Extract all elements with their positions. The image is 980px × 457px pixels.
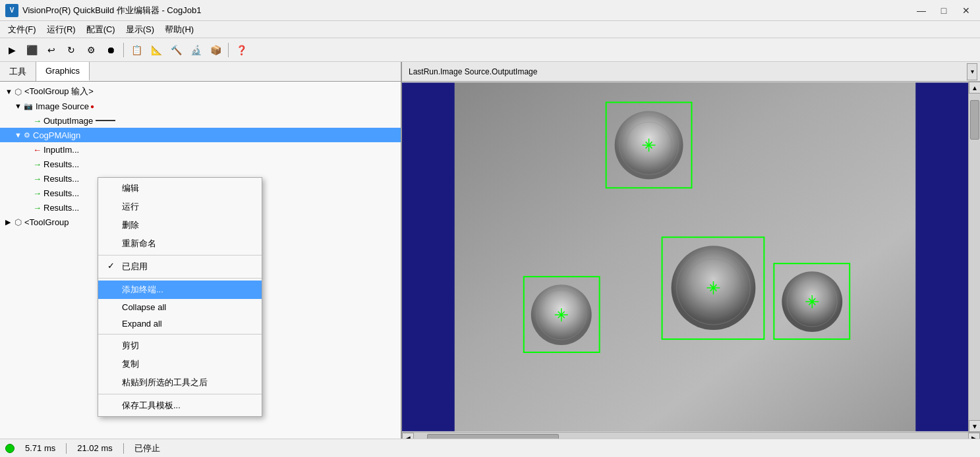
results4-arrow-icon: → bbox=[33, 203, 42, 213]
toolbar-separator-1 bbox=[123, 43, 124, 57]
tree-item-label-imagesource: Image Source bbox=[36, 101, 89, 111]
title-bar: V VisionPro(R) QuickBuild 作业编辑器 - CogJob… bbox=[0, 0, 980, 21]
scroll-v-track[interactable] bbox=[969, 94, 980, 420]
expand-icon-end: ▶ bbox=[5, 218, 14, 227]
scroll-v-thumb[interactable] bbox=[970, 100, 979, 140]
svg-rect-1 bbox=[915, 82, 968, 431]
tree-item-imagesource[interactable]: ▼ 📷 Image Source ● bbox=[0, 99, 401, 113]
tree-item-results1[interactable]: → Results... bbox=[0, 157, 401, 171]
tool1-button[interactable]: 📋 bbox=[127, 41, 146, 59]
menu-file[interactable]: 文件(F) bbox=[3, 22, 42, 37]
ctx-enabled[interactable]: ✓ 已启用 bbox=[98, 257, 262, 276]
run-indicator bbox=[5, 444, 14, 453]
tree-item-toolgroup-input[interactable]: ▼ ⬡ <ToolGroup 输入> bbox=[0, 84, 401, 99]
window-controls: — □ ✕ bbox=[913, 3, 975, 18]
right-panel: LastRun.Image Source.OutputImage ▾ bbox=[402, 62, 980, 439]
tree-item-label-inputim: InputIm... bbox=[43, 145, 79, 155]
image-display-area[interactable] bbox=[402, 82, 968, 432]
ctx-rename[interactable]: 重新命名 bbox=[98, 234, 262, 253]
tree-item-outputimage[interactable]: → OutputImage bbox=[0, 113, 401, 128]
undo-button[interactable]: ↩ bbox=[42, 41, 61, 59]
scroll-right-arrow[interactable]: ▶ bbox=[968, 433, 980, 439]
status-sep-2 bbox=[123, 443, 124, 454]
dot-indicator: ● bbox=[90, 103, 94, 110]
help-button[interactable]: ❓ bbox=[232, 41, 250, 59]
status-display: 已停止 bbox=[134, 443, 160, 454]
check-icon: ✓ bbox=[107, 261, 115, 271]
tool5-button[interactable]: 📦 bbox=[206, 41, 225, 59]
main-content: 工具 Graphics ▼ ⬡ <ToolGroup 输入> ▼ 📷 Image… bbox=[0, 62, 980, 439]
ctx-expand-all[interactable]: Expand all bbox=[98, 315, 262, 332]
ctx-sep-2 bbox=[98, 278, 262, 279]
tree-item-label: <ToolGroup 输入> bbox=[24, 86, 94, 97]
tab-tools[interactable]: 工具 bbox=[0, 62, 36, 81]
scroll-h-thumb[interactable] bbox=[427, 434, 559, 439]
ctx-run[interactable]: 运行 bbox=[98, 198, 262, 216]
tree-item-label-results1: Results... bbox=[43, 159, 79, 169]
play-button[interactable]: ▶ bbox=[3, 41, 21, 59]
time2-display: 21.02 ms bbox=[77, 443, 112, 453]
ctx-delete[interactable]: 删除 bbox=[98, 216, 262, 234]
scroll-up-arrow[interactable]: ▲ bbox=[969, 82, 980, 94]
status-bar: 5.71 ms 21.02 ms 已停止 bbox=[0, 439, 980, 457]
results3-arrow-icon: → bbox=[33, 188, 42, 198]
stop-button[interactable]: ⬛ bbox=[22, 41, 41, 59]
ctx-collapse-all[interactable]: Collapse all bbox=[98, 299, 262, 315]
window-title: VisionPro(R) QuickBuild 作业编辑器 - CogJob1 bbox=[22, 5, 201, 16]
scroll-left-arrow[interactable]: ◀ bbox=[402, 433, 414, 439]
menu-help[interactable]: 帮助(H) bbox=[159, 22, 199, 37]
image-view-container: ▲ ▼ bbox=[402, 82, 980, 432]
menu-run[interactable]: 运行(R) bbox=[42, 22, 81, 37]
image-path: LastRun.Image Source.OutputImage bbox=[405, 67, 541, 76]
output-arrow-icon: → bbox=[33, 116, 42, 126]
vertical-scrollbar[interactable]: ▲ ▼ bbox=[968, 82, 980, 432]
ctx-save-template[interactable]: 保存工具模板... bbox=[98, 396, 262, 415]
horizontal-scrollbar[interactable]: ◀ ▶ bbox=[402, 432, 980, 439]
app-icon: V bbox=[5, 4, 18, 17]
tool2-button[interactable]: 📐 bbox=[147, 41, 165, 59]
ctx-add-terminal[interactable]: 添加终端... bbox=[98, 281, 262, 299]
tree-item-label-results4: Results... bbox=[43, 203, 79, 213]
tab-graphics[interactable]: Graphics bbox=[36, 62, 90, 81]
tree-item-label-outputimage: OutputImage bbox=[43, 116, 93, 126]
ctx-edit[interactable]: 编辑 bbox=[98, 179, 262, 198]
results1-arrow-icon: → bbox=[33, 159, 42, 169]
left-panel: 工具 Graphics ▼ ⬡ <ToolGroup 输入> ▼ 📷 Image… bbox=[0, 62, 402, 439]
maximize-button[interactable]: □ bbox=[935, 3, 952, 18]
menu-bar: 文件(F) 运行(R) 配置(C) 显示(S) 帮助(H) bbox=[0, 21, 980, 38]
tool4-button[interactable]: 🔬 bbox=[187, 41, 205, 59]
menu-display[interactable]: 显示(S) bbox=[121, 22, 159, 37]
results2-arrow-icon: → bbox=[33, 174, 42, 184]
ctx-copy[interactable]: 复制 bbox=[98, 355, 262, 373]
record-button[interactable]: ⏺ bbox=[101, 41, 120, 59]
ctx-sep-1 bbox=[98, 255, 262, 255]
settings-button[interactable]: ⚙ bbox=[82, 41, 100, 59]
menu-config[interactable]: 配置(C) bbox=[81, 22, 121, 37]
tree-item-label-toolgroup-end: <ToolGroup bbox=[24, 217, 69, 227]
tree-item-inputim[interactable]: ← InputIm... bbox=[0, 142, 401, 157]
tree-item-cogpmalign[interactable]: ▼ ⚙ CogPMAlign bbox=[0, 128, 401, 142]
refresh-button[interactable]: ↻ bbox=[62, 41, 80, 59]
close-button[interactable]: ✕ bbox=[958, 3, 975, 18]
tool3-button[interactable]: 🔨 bbox=[167, 41, 185, 59]
toolgroup-icon: ⬡ bbox=[14, 87, 22, 97]
image-title-bar: LastRun.Image Source.OutputImage bbox=[405, 67, 967, 76]
scroll-down-arrow[interactable]: ▼ bbox=[969, 420, 980, 432]
ctx-sep-3 bbox=[98, 334, 262, 335]
time2-value: 21.02 ms bbox=[77, 443, 112, 453]
toolbar-separator-2 bbox=[228, 43, 229, 57]
time1-value: 5.71 ms bbox=[25, 443, 55, 453]
scroll-right-btn[interactable]: ▾ bbox=[967, 63, 977, 80]
tabs: 工具 Graphics bbox=[0, 62, 401, 82]
minimize-button[interactable]: — bbox=[913, 3, 930, 18]
image-toolbar: LastRun.Image Source.OutputImage ▾ bbox=[402, 62, 980, 82]
image-svg bbox=[402, 82, 968, 432]
connector-line bbox=[96, 120, 115, 121]
ctx-paste-after[interactable]: 粘贴到所选的工具之后 bbox=[98, 373, 262, 392]
tree-item-label-cogpmalign: CogPMAlign bbox=[33, 130, 80, 140]
ctx-sep-4 bbox=[98, 394, 262, 394]
context-menu: 编辑 运行 删除 重新命名 ✓ 已启用 添加终端... Collapse all… bbox=[98, 177, 262, 417]
expand-icon-3: ▼ bbox=[14, 131, 24, 139]
ctx-cut[interactable]: 剪切 bbox=[98, 336, 262, 355]
expand-icon-2: ▼ bbox=[14, 102, 24, 110]
